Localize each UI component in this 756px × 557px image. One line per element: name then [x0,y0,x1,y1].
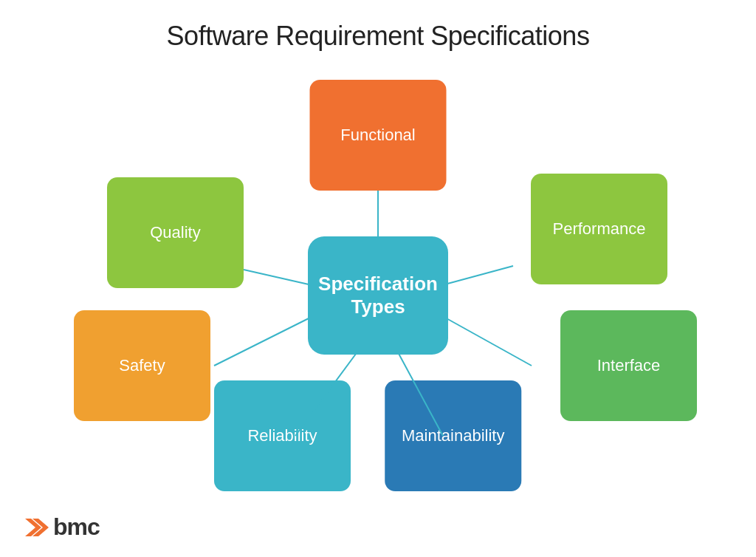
bmc-logo: bmc [22,513,100,541]
node-functional: Functional [310,80,447,191]
node-reliability: Reliability [214,380,351,491]
svg-line-3 [214,314,317,366]
diagram-area: Specification Types Functional Quality P… [0,59,756,532]
page-title: Software Requirement Specifications [0,0,756,52]
node-quality: Quality [107,177,244,288]
bmc-brand-text: bmc [53,513,100,541]
node-safety: Safety [74,310,210,421]
bmc-chevron-icon [22,514,49,541]
center-node-line2: Types [351,295,405,318]
node-performance: Performance [531,174,667,284]
center-node: Specification Types [308,236,448,355]
node-maintainability: Maintainability [385,380,521,491]
svg-line-4 [439,314,532,366]
node-interface: Interface [560,310,697,421]
center-node-line1: Specification [318,273,438,295]
